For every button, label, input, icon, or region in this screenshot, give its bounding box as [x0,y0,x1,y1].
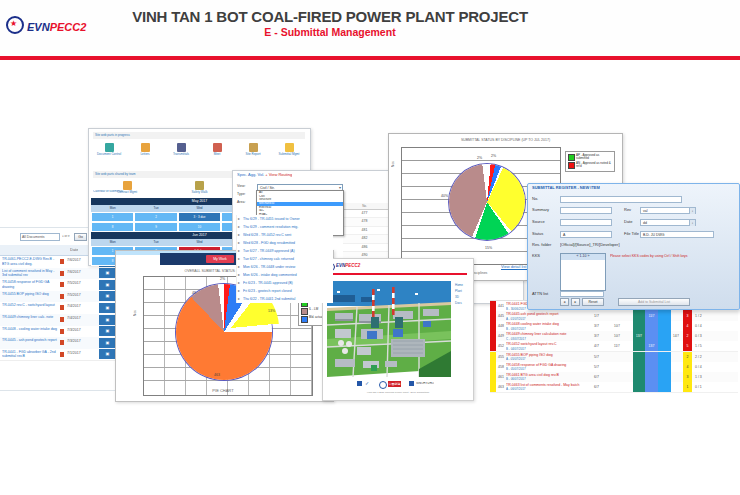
bullet-icon: ▸ [238,296,240,301]
activity-item[interactable]: ▸Thu 6/29 - TR-0455 issued to Owner [237,215,333,223]
activity-item[interactable]: ▸Mon 6/26 - TR-0448 under review [237,263,333,271]
field-status-combo[interactable]: A [560,231,612,238]
toolbar-mywork-button[interactable]: My Work [206,255,234,263]
status-cell-blue [645,321,658,331]
app-tile[interactable]: Safety Walk [169,179,229,198]
rev-spinner-icon[interactable]: ↕ [689,208,695,214]
kks-pager[interactable]: « 1-10 » [561,254,605,260]
side-link[interactable]: 3D [455,295,459,299]
activity-item[interactable]: ▸Tue 6/27 - TR-0449 approved (A) [237,247,333,255]
doc-date: 7/1/2017 [67,351,93,355]
doc-filter-select[interactable]: All Documents [20,233,60,241]
activity-link[interactable]: Tue 6/27 - chimney calc returned [243,257,332,261]
doc-date-header: Date [70,248,78,253]
app-tile-label: Site Report [235,153,271,156]
field-filetitle-combo[interactable]: B.D. JU DWG [640,231,714,238]
app-tile[interactable]: Submittal Mgmt [271,141,307,169]
activity-link[interactable]: Mon 6/26 - TR-0448 under review [243,265,332,269]
app-tile-icon [105,143,114,152]
field-source-input[interactable] [560,219,612,226]
doc-link[interactable]: TR-0458 response of FGD GA drawing [2,280,58,290]
doc-link[interactable]: TR-0452 rev.C - switchyard layout [2,303,58,313]
pie1-detail-link[interactable]: View detail list » [501,265,530,270]
dialog-title: SUBMITTAL REGISTER - NEW ITEM [532,186,600,191]
activity-item[interactable]: ▸Tue 6/27 - chimney calc returned [237,255,333,263]
calendar-cell[interactable]: 2 [134,212,177,222]
app-tile[interactable]: Document Control [91,141,127,169]
activity-link[interactable]: Fri 6/23 - TR-0445 approved (B) [243,281,332,285]
field-summary-input[interactable] [560,207,612,214]
doc-go-button[interactable]: Go [74,233,87,241]
field-date-combo[interactable]: dd↕ [640,219,696,226]
calendar-cell[interactable]: 10 [178,222,221,232]
calendar-cell[interactable]: 8 [91,222,134,232]
activity-item[interactable]: ▸Wed 6/28 - TR-0452 rev.C sent [237,231,333,239]
doc-link[interactable]: TR-0445 - ash pond geotech report [2,338,58,348]
doc-link[interactable]: TR-0449 chimney liner calc. note [2,315,58,325]
activity-link[interactable]: Fri 6/23 - geotech report closed [243,289,332,293]
activity-link[interactable]: Wed 6/28 - TR-0452 rev.C sent [243,233,332,237]
activity-item[interactable]: ▸Fri 6/23 - geotech report closed [237,287,333,295]
doc-action-button[interactable]: ▣ [99,315,116,325]
field-attn-input[interactable] [560,291,604,297]
status-desc-2: B - 05/07/2017 [506,367,592,371]
doc-icon [60,340,64,345]
side-link[interactable]: Docs [455,301,462,305]
doc-action-button[interactable]: ▣ [99,338,116,348]
status-mid: 10/7 [614,324,620,328]
calendar-cell[interactable]: 3 · 3 due [178,212,221,222]
doc-link[interactable]: TR-0461-PECC2-E-DWG Rev.B - BTG area civ… [2,257,58,267]
app-tile[interactable]: Letters [127,141,163,169]
doc-row[interactable]: TR-0441 - FGD absorber GA - 2nd submitta… [0,349,119,362]
calendar-cell[interactable]: 9 [134,222,177,232]
doc-action-button[interactable]: ▣ [99,326,116,336]
status-flag-left [490,311,496,321]
activity-link[interactable]: Mon 6/26 - intake dwg commented [243,273,332,277]
doc-action-button[interactable]: ▣ [99,280,116,290]
app-tile[interactable]: Transmittals [163,141,199,169]
doc-link[interactable]: List of comment resolved in May - 3rd su… [2,269,58,279]
doc-action-button[interactable]: ▣ [99,291,116,301]
app-tile-icon [213,143,222,152]
dialog-button[interactable]: Add to Submittal List [618,298,690,306]
doc-link[interactable]: TR-0448 - cooling water intake dwg [2,327,58,337]
activity-link[interactable]: Wed 6/28 - FGD dwg resubmitted [243,241,332,245]
doc-action-button[interactable]: ▣ [99,349,116,359]
app-tile[interactable]: Contract Mgmt [97,179,157,198]
side-link[interactable]: Home [455,283,463,287]
status-cell-lightblue [658,331,671,341]
status-cell-lightblue [658,382,671,392]
status-flag-left [490,372,496,382]
field-no-input[interactable] [560,196,682,203]
dialog-button[interactable]: ◂ [560,298,569,306]
doc-link[interactable]: TR-0455 BOP piping ISO dwg [2,292,58,302]
activity-link[interactable]: Thu 6/22 - TR-0441 2nd submittal [243,297,332,301]
app-tile[interactable]: Meet [199,141,235,169]
pie1[interactable] [449,164,525,240]
status-cell-lightblue [658,321,671,331]
status-cell-teal [633,311,645,321]
doc-action-button[interactable]: ▣ [99,303,116,313]
doc-icon [60,305,64,310]
side-link[interactable]: Plant [455,289,462,293]
activity-item[interactable]: ▸Fri 6/23 - TR-0445 approved (B) [237,279,333,287]
activity-link[interactable]: Tue 6/27 - TR-0449 approved (A) [243,249,332,253]
status-row[interactable]: 463TR-0463 list of comments resolved - M… [490,382,738,393]
dialog-button[interactable]: ▸ [571,298,580,306]
calendar-cell[interactable]: 1 [91,212,134,222]
activity-link[interactable]: Thu 6/29 - TR-0455 issued to Owner [243,217,332,221]
kks-listbox[interactable]: « 1-10 » [560,253,606,291]
date-spinner-icon[interactable]: ↕ [689,220,695,226]
field-rev-combo[interactable]: val↕ [640,207,696,214]
activity-item[interactable]: ▸Wed 6/28 - FGD dwg resubmitted [237,239,333,247]
status-desc-1: TR-0448 cooling water intake dwg [506,322,592,326]
activity-link[interactable]: Thu 6/29 - comment resolution mtg. [243,225,332,229]
activity-item[interactable]: ▸Mon 6/26 - intake dwg commented [237,271,333,279]
activity-item[interactable]: ▸Thu 6/22 - TR-0441 2nd submittal [237,295,333,303]
doc-link[interactable]: TR-0441 - FGD absorber GA - 2nd submitta… [2,350,58,360]
dialog-button[interactable]: Reset [582,298,604,306]
app-tile[interactable]: Site Report [235,141,271,169]
activity-item[interactable]: ▸Thu 6/29 - comment resolution mtg. [237,223,333,231]
doc-action-button[interactable]: ▣ [99,268,116,278]
status-date: 4/7 [594,344,599,348]
